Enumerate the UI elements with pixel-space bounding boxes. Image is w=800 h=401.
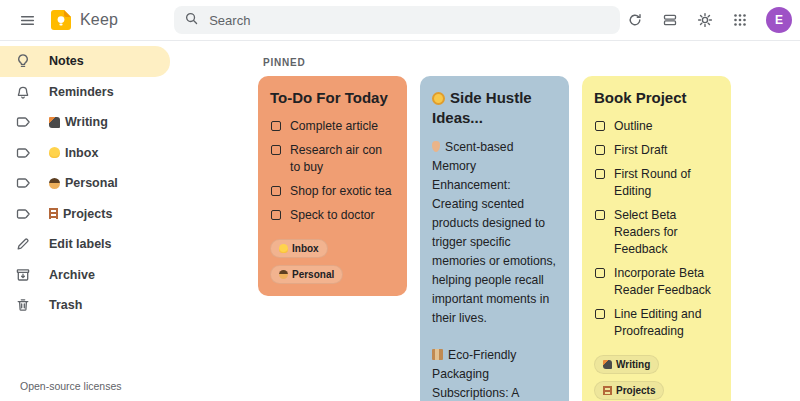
sidebar-item-archive[interactable]: Archive [0, 260, 170, 291]
note-labels: WritingProjects [594, 355, 719, 400]
label-icon [15, 206, 31, 222]
pinned-section-label: PINNED [263, 57, 800, 68]
bell-icon [15, 84, 31, 100]
sidebar-item-inbox[interactable]: Inbox [0, 138, 170, 169]
topbar-actions: E [620, 5, 792, 35]
label-icon [15, 175, 31, 191]
checklist-item: Speck to doctor [270, 207, 395, 224]
checklist-item: First Round of Editing [594, 166, 719, 200]
sidebar-item-label: Reminders [49, 85, 114, 99]
app-title: Keep [80, 11, 118, 29]
sidebar-item-label: Writing [65, 115, 108, 129]
bulb-emoji [49, 147, 60, 158]
sidebar-item-projects[interactable]: Projects [0, 199, 170, 230]
sidebar-item-label: Personal [65, 176, 118, 190]
checklist-item: Shop for exotic tea [270, 183, 395, 200]
note-labels: InboxPersonal [270, 239, 395, 284]
sidebar-item-label: Archive [49, 268, 95, 282]
checklist-item-text: Speck to doctor [290, 207, 375, 224]
label-chip[interactable]: Inbox [270, 239, 328, 258]
sidebar-item-label: Inbox [65, 146, 98, 160]
bulb-emoji [279, 244, 288, 253]
checklist-item: Line Editing and Proofreading [594, 306, 719, 340]
sidebar-item-writing[interactable]: Writing [0, 107, 170, 138]
checkbox[interactable] [595, 268, 605, 278]
checklist-item: Incorporate Beta Reader Feedback [594, 265, 719, 299]
checkbox[interactable] [271, 186, 281, 196]
list-view-toggle-button[interactable] [655, 5, 685, 35]
note-paragraph: Scent-based Memory Enhancement: Creating… [432, 138, 557, 328]
sidebar-item-reminders[interactable]: Reminders [0, 77, 170, 108]
pen-emoji [49, 117, 60, 128]
app-logo[interactable]: Keep [50, 9, 118, 31]
ladder-emoji [603, 386, 612, 395]
search-input[interactable] [209, 13, 610, 28]
note-card[interactable]: Side Hustle Ideas...Scent-based Memory E… [420, 76, 569, 401]
google-apps-button[interactable] [725, 5, 755, 35]
sidebar: NotesRemindersWritingInboxPersonalProjec… [0, 41, 250, 401]
checkbox[interactable] [595, 309, 605, 319]
ladder-emoji [49, 208, 58, 219]
checklist-item: Select Beta Readers for Feedback [594, 207, 719, 258]
open-source-licenses-link[interactable]: Open-source licenses [20, 380, 122, 392]
top-app-bar: Keep E [0, 0, 800, 41]
checklist-item: Research air con to buy [270, 142, 395, 176]
settings-button[interactable] [690, 5, 720, 35]
label-chip[interactable]: Writing [594, 355, 659, 374]
note-title: Book Project [594, 88, 719, 108]
sidebar-item-label: Notes [49, 54, 84, 68]
search-box[interactable] [174, 6, 620, 34]
page-layout: NotesRemindersWritingInboxPersonalProjec… [0, 41, 800, 401]
label-icon [15, 145, 31, 161]
menu-button[interactable] [12, 5, 42, 35]
checkbox[interactable] [595, 145, 605, 155]
checkbox[interactable] [595, 169, 605, 179]
notes-row: To-Do For TodayComplete articleResearch … [258, 76, 800, 401]
label-chip[interactable]: Personal [270, 265, 343, 284]
coin-emoji [432, 92, 445, 105]
sidebar-item-personal[interactable]: Personal [0, 168, 170, 199]
checklist: OutlineFirst DraftFirst Round of Editing… [594, 118, 719, 340]
label-chip[interactable]: Projects [594, 381, 664, 400]
note-paragraph: Eco-Friendly Packaging Subscriptions: A … [432, 346, 557, 401]
sidebar-item-label: Edit labels [49, 237, 112, 251]
refresh-button[interactable] [620, 5, 650, 35]
label-icon [15, 114, 31, 130]
pen-emoji [603, 360, 612, 369]
note-card[interactable]: To-Do For TodayComplete articleResearch … [258, 76, 407, 296]
note-card[interactable]: Book ProjectOutlineFirst DraftFirst Roun… [582, 76, 731, 401]
checkbox[interactable] [271, 145, 281, 155]
search-icon [184, 11, 199, 30]
hamburger-icon [19, 12, 36, 29]
checklist-item: Outline [594, 118, 719, 135]
cowboy-emoji [49, 178, 60, 189]
sidebar-item-edit-labels[interactable]: Edit labels [0, 229, 170, 260]
archive-icon [15, 267, 31, 283]
checklist-item-text: Select Beta Readers for Feedback [614, 207, 719, 258]
package-emoji [432, 349, 443, 360]
list-view-icon [662, 12, 678, 28]
sidebar-item-trash[interactable]: Trash [0, 290, 170, 321]
checkbox[interactable] [595, 210, 605, 220]
pencil-icon [15, 236, 31, 252]
checkbox[interactable] [271, 121, 281, 131]
checklist-item-text: Complete article [290, 118, 378, 135]
sidebar-item-label: Projects [63, 207, 112, 221]
checklist-item-text: First Round of Editing [614, 166, 719, 200]
account-avatar[interactable]: E [766, 7, 792, 33]
sidebar-nav: NotesRemindersWritingInboxPersonalProjec… [0, 46, 250, 321]
checkbox[interactable] [595, 121, 605, 131]
main-content: PINNED To-Do For TodayComplete articleRe… [250, 41, 800, 401]
trash-icon [15, 297, 31, 313]
checklist-item-text: Shop for exotic tea [290, 183, 392, 200]
nose-emoji [432, 141, 440, 152]
gear-icon [697, 12, 713, 28]
apps-grid-icon [732, 12, 748, 28]
checkbox[interactable] [271, 210, 281, 220]
note-title: Side Hustle Ideas... [432, 88, 557, 128]
checklist-item-text: Line Editing and Proofreading [614, 306, 719, 340]
keep-logo-icon [50, 9, 72, 31]
checklist-item-text: First Draft [614, 142, 668, 159]
checklist-item: Complete article [270, 118, 395, 135]
sidebar-item-notes[interactable]: Notes [0, 46, 170, 77]
